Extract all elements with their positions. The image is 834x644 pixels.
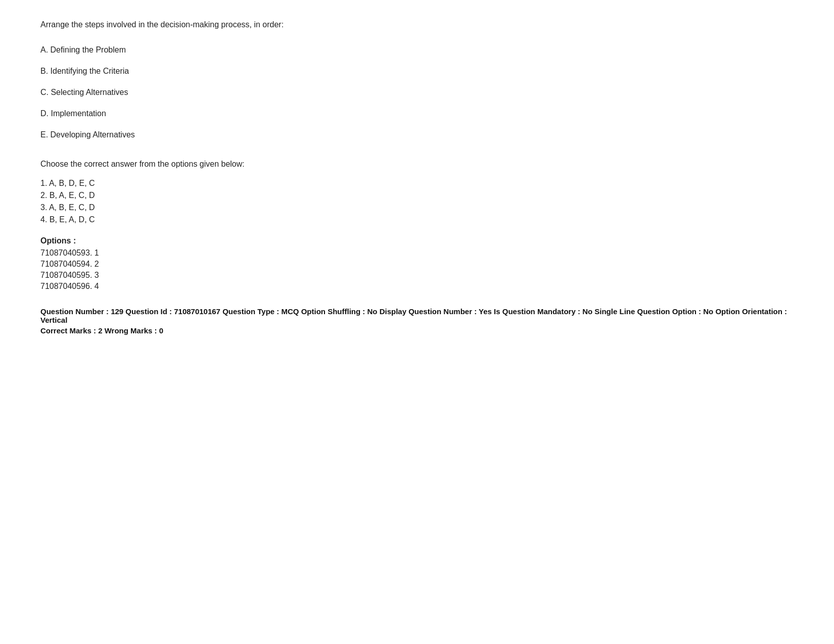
option-codes-list: 71087040593. 1 71087040594. 2 7108704059… xyxy=(40,249,794,291)
step-a: A. Defining the Problem xyxy=(40,45,794,55)
option-code-2: 71087040594. 2 xyxy=(40,260,794,269)
answer-options-list: 1. A, B, D, E, C 2. B, A, E, C, D 3. A, … xyxy=(40,179,794,224)
answer-option-3: 3. A, B, E, C, D xyxy=(40,203,794,212)
option-code-4: 71087040596. 4 xyxy=(40,282,794,291)
step-d: D. Implementation xyxy=(40,109,794,118)
question-instruction: Arrange the steps involved in the decisi… xyxy=(40,20,794,29)
steps-list: A. Defining the Problem B. Identifying t… xyxy=(40,45,794,139)
metadata-block: Question Number : 129 Question Id : 7108… xyxy=(40,307,794,335)
step-c: C. Selecting Alternatives xyxy=(40,88,794,97)
answer-option-4: 4. B, E, A, D, C xyxy=(40,215,794,224)
step-b: B. Identifying the Criteria xyxy=(40,67,794,76)
option-code-3: 71087040595. 3 xyxy=(40,271,794,280)
metadata-line1: Question Number : 129 Question Id : 7108… xyxy=(40,307,794,324)
answer-option-2: 2. B, A, E, C, D xyxy=(40,191,794,200)
choose-instruction: Choose the correct answer from the optio… xyxy=(40,160,794,169)
marks-line: Correct Marks : 2 Wrong Marks : 0 xyxy=(40,326,794,335)
answer-option-1: 1. A, B, D, E, C xyxy=(40,179,794,188)
question-container: Arrange the steps involved in the decisi… xyxy=(40,20,794,335)
step-e: E. Developing Alternatives xyxy=(40,130,794,139)
option-code-1: 71087040593. 1 xyxy=(40,249,794,258)
options-label: Options : xyxy=(40,236,794,245)
